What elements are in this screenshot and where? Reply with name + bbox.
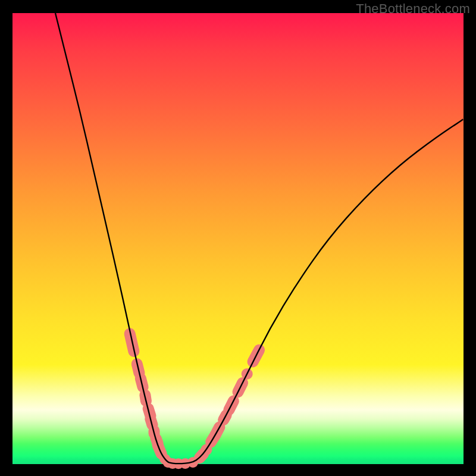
chart-svg — [12, 13, 464, 464]
chart-frame — [12, 13, 464, 464]
bottleneck-curve — [55, 13, 464, 464]
